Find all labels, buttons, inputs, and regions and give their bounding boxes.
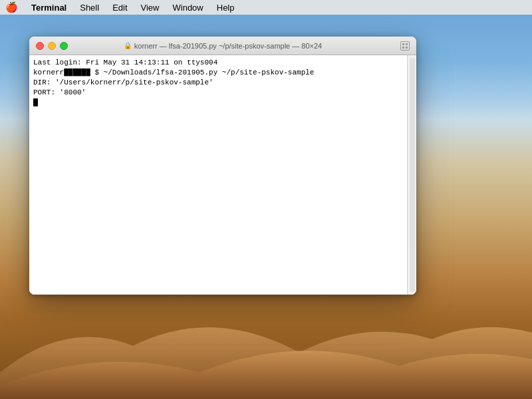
terminal-window: 🔒 kornerr — lfsa-201905.py ~/p/site-psko… [29,37,416,295]
menu-edit[interactable]: Edit [107,1,132,14]
menu-terminal[interactable]: Terminal [26,1,72,14]
minimize-button[interactable] [48,42,56,50]
lock-icon: 🔒 [124,42,132,49]
window-title-text: kornerr — lfsa-201905.py ~/p/site-pskov-… [134,42,322,50]
resize-icon [402,43,408,49]
terminal-body[interactable]: Last login: Fri May 31 14:13:11 on ttys0… [29,55,416,295]
apple-menu[interactable]: 🍎 [5,1,18,13]
traffic-lights [36,42,68,50]
svg-rect-1 [406,43,408,45]
menu-window[interactable]: Window [168,1,209,14]
terminal-output[interactable]: Last login: Fri May 31 14:13:11 on ttys0… [29,55,407,295]
menubar: 🍎 Terminal Shell Edit View Window Help [0,0,532,15]
scrollbar[interactable] [407,55,416,295]
svg-rect-0 [402,43,404,45]
close-button[interactable] [36,42,44,50]
menu-help[interactable]: Help [211,1,240,14]
scrollbar-track[interactable] [410,58,415,292]
terminal-cursor [33,98,38,106]
window-title: 🔒 kornerr — lfsa-201905.py ~/p/site-psko… [124,42,322,50]
menu-view[interactable]: View [136,1,165,14]
title-bar: 🔒 kornerr — lfsa-201905.py ~/p/site-psko… [29,37,416,55]
menu-shell[interactable]: Shell [74,1,104,14]
maximize-button[interactable] [60,42,68,50]
svg-rect-2 [402,47,404,49]
resize-handle[interactable] [400,41,410,51]
svg-rect-3 [406,47,408,49]
